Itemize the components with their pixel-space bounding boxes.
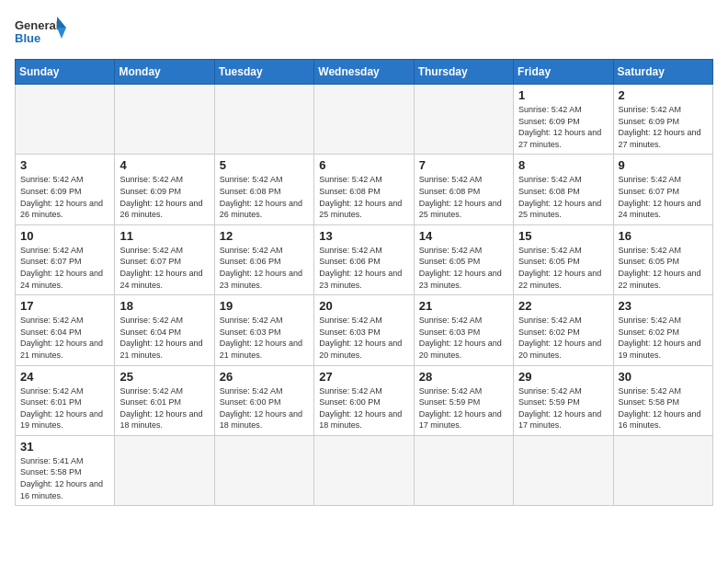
calendar-cell: 21Sunrise: 5:42 AM Sunset: 6:03 PM Dayli… xyxy=(414,295,513,365)
calendar-cell: 9Sunrise: 5:42 AM Sunset: 6:07 PM Daylig… xyxy=(613,155,712,224)
day-info: Sunrise: 5:42 AM Sunset: 6:06 PM Dayligh… xyxy=(319,245,408,291)
calendar-cell: 3Sunrise: 5:42 AM Sunset: 6:09 PM Daylig… xyxy=(16,155,115,224)
day-info: Sunrise: 5:42 AM Sunset: 6:01 PM Dayligh… xyxy=(119,385,209,431)
calendar-cell: 30Sunrise: 5:42 AM Sunset: 5:58 PM Dayli… xyxy=(613,365,712,435)
day-info: Sunrise: 5:42 AM Sunset: 6:04 PM Dayligh… xyxy=(119,315,209,361)
day-number: 24 xyxy=(20,370,109,384)
day-number: 26 xyxy=(220,370,309,384)
day-number: 7 xyxy=(419,158,508,172)
logo: GeneralBlue xyxy=(15,15,70,52)
day-number: 6 xyxy=(319,158,408,172)
page-header: GeneralBlue xyxy=(15,15,713,52)
day-number: 11 xyxy=(119,229,209,243)
calendar-cell: 2Sunrise: 5:42 AM Sunset: 6:09 PM Daylig… xyxy=(613,85,712,155)
calendar-week-4: 24Sunrise: 5:42 AM Sunset: 6:01 PM Dayli… xyxy=(16,365,713,435)
day-info: Sunrise: 5:42 AM Sunset: 6:08 PM Dayligh… xyxy=(319,174,408,220)
calendar-cell: 17Sunrise: 5:42 AM Sunset: 6:04 PM Dayli… xyxy=(16,295,115,365)
calendar-cell: 27Sunrise: 5:42 AM Sunset: 6:00 PM Dayli… xyxy=(314,365,414,435)
weekday-header-sunday: Sunday xyxy=(16,60,115,85)
calendar-cell: 4Sunrise: 5:42 AM Sunset: 6:09 PM Daylig… xyxy=(115,155,214,224)
calendar-cell xyxy=(115,435,214,505)
day-number: 27 xyxy=(319,370,408,384)
day-number: 28 xyxy=(419,370,508,384)
calendar-cell: 12Sunrise: 5:42 AM Sunset: 6:06 PM Dayli… xyxy=(214,224,313,294)
day-info: Sunrise: 5:42 AM Sunset: 6:08 PM Dayligh… xyxy=(419,174,508,220)
day-info: Sunrise: 5:42 AM Sunset: 6:03 PM Dayligh… xyxy=(220,315,309,361)
day-number: 25 xyxy=(119,370,209,384)
day-info: Sunrise: 5:42 AM Sunset: 6:09 PM Dayligh… xyxy=(619,104,708,150)
day-info: Sunrise: 5:42 AM Sunset: 6:09 PM Dayligh… xyxy=(518,104,608,150)
day-number: 17 xyxy=(20,299,109,313)
weekday-header-saturday: Saturday xyxy=(613,60,712,85)
day-info: Sunrise: 5:42 AM Sunset: 6:09 PM Dayligh… xyxy=(20,174,109,220)
calendar-cell: 5Sunrise: 5:42 AM Sunset: 6:08 PM Daylig… xyxy=(214,155,313,224)
calendar-week-5: 31Sunrise: 5:41 AM Sunset: 5:58 PM Dayli… xyxy=(16,435,713,505)
calendar-week-0: 1Sunrise: 5:42 AM Sunset: 6:09 PM Daylig… xyxy=(16,85,713,155)
calendar-cell: 20Sunrise: 5:42 AM Sunset: 6:03 PM Dayli… xyxy=(314,295,414,365)
day-number: 15 xyxy=(518,229,608,243)
calendar-cell: 7Sunrise: 5:42 AM Sunset: 6:08 PM Daylig… xyxy=(414,155,513,224)
calendar-cell: 29Sunrise: 5:42 AM Sunset: 5:59 PM Dayli… xyxy=(514,365,613,435)
day-info: Sunrise: 5:42 AM Sunset: 6:03 PM Dayligh… xyxy=(419,315,508,361)
calendar-cell xyxy=(414,435,513,505)
day-number: 21 xyxy=(419,299,508,313)
day-info: Sunrise: 5:42 AM Sunset: 6:00 PM Dayligh… xyxy=(319,385,408,431)
day-info: Sunrise: 5:42 AM Sunset: 6:07 PM Dayligh… xyxy=(20,245,109,291)
day-number: 10 xyxy=(20,229,109,243)
weekday-header-wednesday: Wednesday xyxy=(314,60,414,85)
day-number: 9 xyxy=(619,158,708,172)
day-info: Sunrise: 5:42 AM Sunset: 6:06 PM Dayligh… xyxy=(220,245,309,291)
day-number: 23 xyxy=(619,299,708,313)
calendar-cell: 19Sunrise: 5:42 AM Sunset: 6:03 PM Dayli… xyxy=(214,295,313,365)
weekday-header-tuesday: Tuesday xyxy=(214,60,313,85)
calendar-cell: 24Sunrise: 5:42 AM Sunset: 6:01 PM Dayli… xyxy=(16,365,115,435)
day-number: 1 xyxy=(518,88,608,102)
day-info: Sunrise: 5:42 AM Sunset: 5:59 PM Dayligh… xyxy=(518,385,608,431)
calendar-cell: 8Sunrise: 5:42 AM Sunset: 6:08 PM Daylig… xyxy=(514,155,613,224)
weekday-header-friday: Friday xyxy=(514,60,613,85)
day-number: 5 xyxy=(220,158,309,172)
calendar-cell: 23Sunrise: 5:42 AM Sunset: 6:02 PM Dayli… xyxy=(613,295,712,365)
day-info: Sunrise: 5:42 AM Sunset: 6:07 PM Dayligh… xyxy=(619,174,708,220)
day-info: Sunrise: 5:41 AM Sunset: 5:58 PM Dayligh… xyxy=(20,455,109,501)
svg-marker-3 xyxy=(57,28,66,39)
calendar-cell: 14Sunrise: 5:42 AM Sunset: 6:05 PM Dayli… xyxy=(414,224,513,294)
calendar-table: SundayMondayTuesdayWednesdayThursdayFrid… xyxy=(15,59,713,506)
day-info: Sunrise: 5:42 AM Sunset: 6:05 PM Dayligh… xyxy=(419,245,508,291)
calendar-cell xyxy=(214,435,313,505)
calendar-cell xyxy=(214,85,313,155)
calendar-cell: 22Sunrise: 5:42 AM Sunset: 6:02 PM Dayli… xyxy=(514,295,613,365)
calendar-cell xyxy=(115,85,214,155)
calendar-week-1: 3Sunrise: 5:42 AM Sunset: 6:09 PM Daylig… xyxy=(16,155,713,224)
calendar-cell: 31Sunrise: 5:41 AM Sunset: 5:58 PM Dayli… xyxy=(16,435,115,505)
calendar-week-3: 17Sunrise: 5:42 AM Sunset: 6:04 PM Dayli… xyxy=(16,295,713,365)
day-info: Sunrise: 5:42 AM Sunset: 6:04 PM Dayligh… xyxy=(20,315,109,361)
calendar-cell xyxy=(314,85,414,155)
calendar-cell: 16Sunrise: 5:42 AM Sunset: 6:05 PM Dayli… xyxy=(613,224,712,294)
calendar-cell xyxy=(414,85,513,155)
day-number: 20 xyxy=(319,299,408,313)
calendar-cell xyxy=(16,85,115,155)
day-number: 18 xyxy=(119,299,209,313)
svg-text:Blue: Blue xyxy=(15,31,40,45)
day-number: 2 xyxy=(619,88,708,102)
calendar-cell: 26Sunrise: 5:42 AM Sunset: 6:00 PM Dayli… xyxy=(214,365,313,435)
calendar-cell: 25Sunrise: 5:42 AM Sunset: 6:01 PM Dayli… xyxy=(115,365,214,435)
day-number: 3 xyxy=(20,158,109,172)
day-info: Sunrise: 5:42 AM Sunset: 6:08 PM Dayligh… xyxy=(518,174,608,220)
day-info: Sunrise: 5:42 AM Sunset: 6:05 PM Dayligh… xyxy=(518,245,608,291)
calendar-cell: 15Sunrise: 5:42 AM Sunset: 6:05 PM Dayli… xyxy=(514,224,613,294)
day-number: 31 xyxy=(20,440,109,454)
day-number: 16 xyxy=(619,229,708,243)
day-info: Sunrise: 5:42 AM Sunset: 6:05 PM Dayligh… xyxy=(619,245,708,291)
day-number: 13 xyxy=(319,229,408,243)
day-number: 4 xyxy=(119,158,209,172)
calendar-cell xyxy=(514,435,613,505)
calendar-cell: 11Sunrise: 5:42 AM Sunset: 6:07 PM Dayli… xyxy=(115,224,214,294)
day-number: 22 xyxy=(518,299,608,313)
day-info: Sunrise: 5:42 AM Sunset: 6:03 PM Dayligh… xyxy=(319,315,408,361)
day-info: Sunrise: 5:42 AM Sunset: 6:01 PM Dayligh… xyxy=(20,385,109,431)
day-info: Sunrise: 5:42 AM Sunset: 6:09 PM Dayligh… xyxy=(119,174,209,220)
day-info: Sunrise: 5:42 AM Sunset: 6:02 PM Dayligh… xyxy=(518,315,608,361)
day-number: 12 xyxy=(220,229,309,243)
